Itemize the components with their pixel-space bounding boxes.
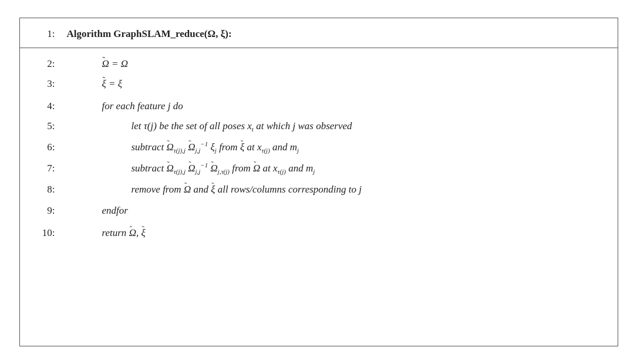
line-content-2: Ω˜ = Ω xyxy=(67,56,618,72)
remove-statement: remove from Ω˜ and ξ˜ all rows/columns c… xyxy=(132,184,362,195)
algorithm-row-3: 3: ξ˜ = ξ xyxy=(20,74,618,95)
line-content-9: endfor xyxy=(67,203,618,218)
line-content-1: Algorithm GraphSLAM_reduce(Ω, ξ): xyxy=(67,26,618,42)
line-number-4: 4: xyxy=(20,100,67,112)
line-content-8: remove from Ω˜ and ξ˜ all rows/columns c… xyxy=(67,182,618,197)
line-content-7: subtract Ω˜τ(j),j Ω˜j,j−1 Ω˜j,τ(j) from … xyxy=(67,161,618,177)
subtract-omega: subtract Ω˜τ(j),j Ω˜j,j−1 Ω˜j,τ(j) from … xyxy=(132,163,315,174)
line-number-6: 6: xyxy=(20,141,67,153)
title-divider xyxy=(20,48,618,48)
line-number-9: 9: xyxy=(20,205,67,217)
algorithm-row-6: 6: subtract Ω˜τ(j),j Ω˜j,j−1 ξj from ξ˜ … xyxy=(20,137,618,159)
algorithm-row-1: 1: Algorithm GraphSLAM_reduce(Ω, ξ): xyxy=(20,24,618,45)
algorithm-box: 1: Algorithm GraphSLAM_reduce(Ω, ξ): 2: … xyxy=(19,18,618,346)
for-loop: for each feature j do xyxy=(102,100,183,112)
algorithm-title: Algorithm GraphSLAM_reduce(Ω, ξ): xyxy=(67,28,232,39)
line-content-6: subtract Ω˜τ(j),j Ω˜j,j−1 ξj from ξ˜ at … xyxy=(67,140,618,156)
equation-2: Ω˜ = Ω xyxy=(102,58,129,69)
line-number-10: 10: xyxy=(20,227,67,239)
algorithm-row-10: 10: return Ω˜, ξ˜ xyxy=(20,222,618,247)
line-content-3: ξ˜ = ξ xyxy=(67,76,618,92)
line-number-1: 1: xyxy=(20,28,67,40)
algorithm-row-9: 9: endfor xyxy=(20,201,618,222)
subtract-xi: subtract Ω˜τ(j),j Ω˜j,j−1 ξj from ξ˜ at … xyxy=(132,141,299,153)
line-number-7: 7: xyxy=(20,163,67,174)
line-content-5: let τ(j) be the set of all poses xt at w… xyxy=(67,119,618,134)
algorithm-row-5: 5: let τ(j) be the set of all poses xt a… xyxy=(20,116,618,137)
endfor: endfor xyxy=(102,205,128,216)
line-number-3: 3: xyxy=(20,78,67,90)
algorithm-row-2: 2: Ω˜ = Ω xyxy=(20,50,618,74)
line-content-10: return Ω˜, ξ˜ xyxy=(67,225,618,241)
algorithm-row-4: 4: for each feature j do xyxy=(20,95,618,116)
line-content-4: for each feature j do xyxy=(67,99,618,114)
line-number-2: 2: xyxy=(20,58,67,70)
equation-3: ξ˜ = ξ xyxy=(102,78,123,89)
line-number-8: 8: xyxy=(20,184,67,196)
algorithm-row-8: 8: remove from Ω˜ and ξ˜ all rows/column… xyxy=(20,180,618,201)
algorithm-row-7: 7: subtract Ω˜τ(j),j Ω˜j,j−1 Ω˜j,τ(j) fr… xyxy=(20,159,618,180)
return-statement: return Ω˜, ξ˜ xyxy=(102,227,146,238)
let-statement: let τ(j) be the set of all poses xt at w… xyxy=(132,120,352,132)
line-number-5: 5: xyxy=(20,120,67,132)
